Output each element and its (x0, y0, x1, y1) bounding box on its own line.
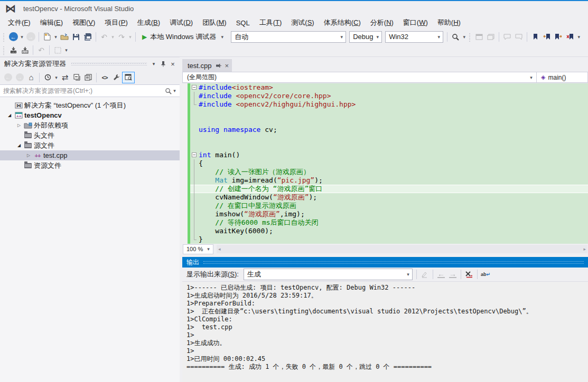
toolbar-grip[interactable] (468, 32, 472, 42)
menu-item-sql[interactable]: SQL (231, 17, 255, 29)
new-file-caret[interactable]: ▾ (53, 34, 59, 40)
tree-item--testOpencv-1-[interactable]: ⋈解决方案 “testOpencv” (1 个项目) (0, 100, 180, 110)
forward-button[interactable]: → (14, 72, 25, 83)
code-line-3[interactable]: #include <opencv2/highgui/highgui.hpp> (182, 100, 588, 109)
toolbar-options-caret[interactable]: ▾ (576, 34, 582, 40)
scroll-right-button[interactable]: ▸ (583, 246, 586, 252)
next-message-button[interactable]: → (447, 269, 459, 280)
code-line-12[interactable]: Mat img=imread(“pic.jpg”); (182, 176, 588, 185)
home-button[interactable]: ⌂ (25, 72, 37, 83)
next-bookmark-button[interactable] (553, 31, 564, 43)
output-source-combo[interactable]: 生成▾ (244, 269, 413, 280)
pin-icon[interactable] (216, 63, 221, 69)
apply-window-layout-icon[interactable] (485, 31, 497, 43)
member-combo[interactable]: ◈ main() (537, 72, 588, 83)
menu-item-edit[interactable]: 编辑(E) (35, 16, 68, 30)
configuration-combo[interactable]: Debug▾ (349, 31, 382, 43)
tree-item--[interactable]: ▷外部依赖项 (0, 120, 180, 130)
save-button[interactable] (70, 31, 82, 43)
scroll-left-button[interactable]: ◂ (218, 246, 221, 252)
menu-item-test[interactable]: 测试(S) (286, 16, 319, 30)
redo-button[interactable]: ↷ (116, 31, 127, 43)
build-solution-icon[interactable] (7, 44, 19, 56)
code-line-4[interactable] (182, 109, 588, 117)
undo-button[interactable]: ↶ (98, 31, 110, 43)
navigate-backward-caret[interactable]: ▾ (19, 34, 25, 40)
platform-combo[interactable]: Win32▾ (385, 31, 443, 43)
pending-changes-filter-button[interactable] (42, 72, 53, 83)
search-icon[interactable] (165, 88, 172, 94)
code-line-6[interactable]: using namespace cv; (182, 126, 588, 134)
menu-item-file[interactable]: 文件(F) (3, 16, 35, 30)
tree-item--[interactable]: 头文件 (0, 130, 180, 140)
find-in-files-button[interactable] (450, 31, 461, 43)
menu-item-analyze[interactable]: 分析(N) (366, 16, 398, 30)
code-line-16[interactable]: imshow(“游戏原画”,img); (182, 210, 588, 218)
pin-button[interactable] (158, 59, 168, 69)
code-line-5[interactable] (182, 117, 588, 126)
outline-collapse-icon[interactable]: − (190, 151, 199, 159)
build-options-icon[interactable] (52, 44, 63, 56)
code-line-17[interactable]: // 等待6000 ms后窗口自动关闭 (182, 218, 588, 227)
properties-button[interactable] (110, 72, 122, 83)
goto-message-button[interactable] (419, 269, 431, 280)
menu-item-window[interactable]: 窗口(W) (398, 16, 433, 30)
tree-item-testOpencv[interactable]: ◢++testOpencv (0, 110, 180, 120)
undo-caret[interactable]: ▾ (110, 34, 116, 40)
menu-item-tools[interactable]: 工具(T) (255, 16, 287, 30)
h-scrollbar[interactable]: ◂ ▸ (217, 245, 587, 253)
code-line-7[interactable] (182, 134, 588, 142)
menu-item-debug[interactable]: 调试(D) (165, 16, 198, 30)
code-line-2[interactable]: #include <opencv2/core/core.hpp> (182, 92, 588, 100)
expander-collapsed-icon[interactable]: ▷ (15, 123, 23, 128)
code-line-8[interactable] (182, 142, 588, 151)
attach-combo[interactable]: 自动▾ (231, 31, 346, 43)
tab-test-cpp[interactable]: test.cpp × (182, 59, 232, 72)
toggle-word-wrap-button[interactable]: ab↵ (480, 269, 491, 280)
redo-caret[interactable]: ▾ (127, 34, 133, 40)
open-file-button[interactable] (59, 31, 70, 43)
toggle-bookmark-button[interactable] (529, 31, 541, 43)
new-file-button[interactable] (41, 31, 53, 43)
expander-collapsed-icon[interactable]: ▷ (24, 153, 33, 158)
previous-comment-icon[interactable] (501, 31, 513, 43)
panel-menu-caret[interactable]: ▾ (149, 59, 158, 69)
previous-bookmark-button[interactable] (541, 31, 553, 43)
navigate-forward-button[interactable]: → (25, 31, 36, 43)
code-line-13[interactable]: // 创建一个名为 “游戏原画”窗口 (182, 185, 588, 193)
code-line-18[interactable]: waitKey(6000); (182, 227, 588, 235)
clear-bookmarks-button[interactable] (564, 31, 576, 43)
code-line-14[interactable]: cvNamedWindow(“游戏原画”); (182, 193, 588, 202)
menu-item-project[interactable]: 项目(P) (100, 16, 132, 30)
code-line-15[interactable]: // 在窗口中显示游戏原画 (182, 202, 588, 210)
save-all-button[interactable] (82, 31, 94, 43)
solution-search-input[interactable] (3, 87, 165, 94)
toolbar-options-caret[interactable]: ▾ (63, 47, 69, 53)
toolbar-grip[interactable] (2, 45, 6, 55)
save-window-layout-icon[interactable] (473, 31, 485, 43)
close-button[interactable]: × (168, 59, 178, 69)
preview-selected-items-button[interactable] (122, 72, 135, 83)
tree-item-test.cpp[interactable]: ▷++test.cpp (0, 150, 180, 160)
expander-expanded-icon[interactable]: ◢ (5, 113, 14, 118)
previous-message-button[interactable]: ← (435, 269, 447, 280)
expander-expanded-icon[interactable]: ◢ (15, 143, 23, 148)
code-line-19[interactable]: } (182, 235, 588, 244)
zoom-combo[interactable]: 100 %▾ (183, 244, 213, 254)
back-button[interactable]: ← (2, 72, 14, 83)
menu-item-help[interactable]: 帮助(H) (433, 16, 465, 30)
navigate-backward-button[interactable]: ← (7, 31, 19, 43)
find-options-caret[interactable]: ▾ (461, 34, 467, 40)
solution-explorer-header[interactable]: 解决方案资源管理器 ▾ × (0, 58, 180, 70)
menu-item-build[interactable]: 生成(B) (133, 16, 165, 30)
cancel-build-icon[interactable]: ↶ (35, 44, 47, 56)
start-debug-button[interactable]: ▶ 本地 Windows 调试器 ▾ (138, 31, 229, 43)
collapse-all-button[interactable] (71, 72, 82, 83)
output-panel-header[interactable]: 输出 (182, 257, 588, 268)
tree-item--[interactable]: ◢源文件 (0, 140, 180, 150)
search-options-caret[interactable]: ▾ (172, 88, 178, 93)
filter-caret[interactable]: ▾ (53, 75, 59, 80)
code-area[interactable]: −#include<iostream>#include <opencv2/cor… (182, 83, 588, 244)
menu-item-architecture[interactable]: 体系结构(C) (319, 16, 366, 30)
sync-with-active-document-button[interactable]: ⇄ (59, 72, 71, 83)
